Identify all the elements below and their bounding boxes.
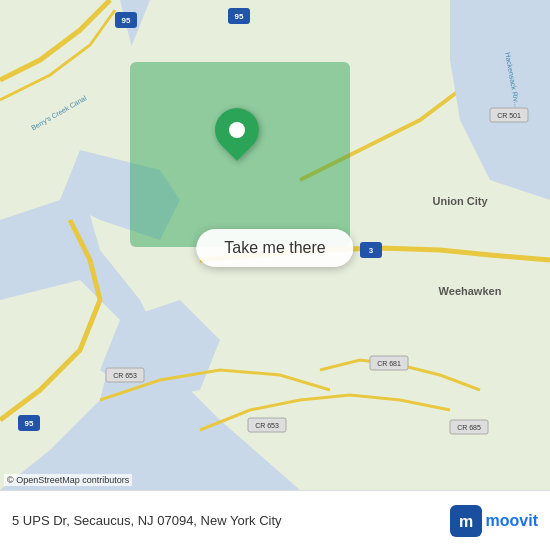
svg-text:CR 681: CR 681 bbox=[377, 360, 401, 367]
svg-text:95: 95 bbox=[235, 12, 244, 21]
svg-text:CR 501: CR 501 bbox=[497, 112, 521, 119]
moovit-logo: m moovit bbox=[450, 505, 538, 537]
pin-marker bbox=[206, 99, 268, 161]
map-container: 95 95 3 95 CR 501 CR 653 CR 653 CR 681 C… bbox=[0, 0, 550, 490]
osm-attribution: © OpenStreetMap contributors bbox=[4, 474, 132, 486]
svg-text:m: m bbox=[458, 513, 472, 530]
take-me-there-button[interactable]: Take me there bbox=[196, 229, 353, 267]
moovit-text: moovit bbox=[486, 512, 538, 530]
pin-inner bbox=[229, 122, 245, 138]
svg-text:Union City: Union City bbox=[433, 195, 489, 207]
svg-text:CR 653: CR 653 bbox=[113, 372, 137, 379]
moovit-logo-icon: m bbox=[450, 505, 482, 537]
bottom-bar: 5 UPS Dr, Secaucus, NJ 07094, New York C… bbox=[0, 490, 550, 550]
svg-text:95: 95 bbox=[122, 16, 131, 25]
svg-text:CR 653: CR 653 bbox=[255, 422, 279, 429]
svg-text:CR 685: CR 685 bbox=[457, 424, 481, 431]
svg-text:Weehawken: Weehawken bbox=[439, 285, 502, 297]
address-text: 5 UPS Dr, Secaucus, NJ 07094, New York C… bbox=[12, 513, 450, 528]
location-pin bbox=[215, 108, 259, 152]
svg-text:3: 3 bbox=[369, 246, 374, 255]
svg-text:95: 95 bbox=[25, 419, 34, 428]
